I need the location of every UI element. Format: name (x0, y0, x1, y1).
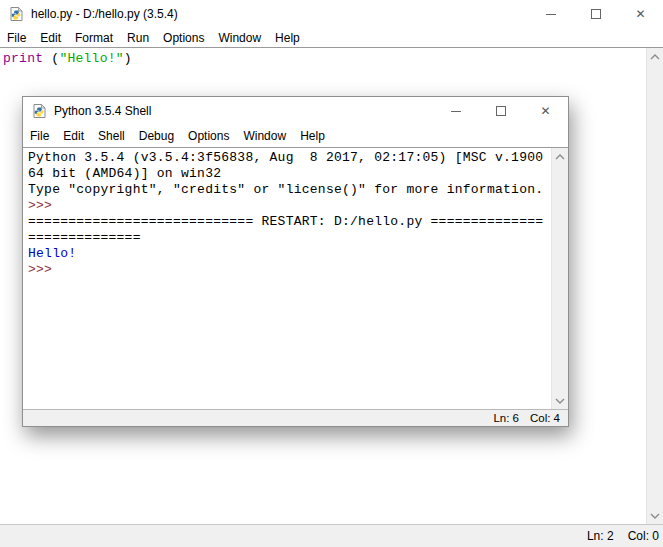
chevron-down-icon (650, 513, 660, 519)
chevron-up-icon (650, 54, 660, 60)
editor-window-controls: ✕ (528, 0, 663, 28)
editor-code-line: print ("Hello!") (0, 48, 663, 67)
shell-line: Type "copyright", "credits" or "license(… (28, 182, 546, 198)
editor-window-title: hello.py - D:/hello.py (3.5.4) (31, 7, 528, 21)
shell-line: Python 3.5.4 (v3.5.4:3f56838, Aug 8 2017… (28, 150, 546, 166)
shell-line: Hello! (28, 246, 546, 262)
shell-window-controls: ✕ (433, 97, 568, 125)
maximize-icon (496, 106, 506, 116)
menu-item-help[interactable]: Help (268, 31, 307, 45)
close-icon: ✕ (635, 8, 645, 20)
menu-item-help[interactable]: Help (293, 129, 332, 143)
editor-menubar: FileEditFormatRunOptionsWindowHelp (0, 28, 663, 47)
shell-line: >>> (28, 198, 546, 214)
scroll-up-button[interactable] (647, 48, 663, 65)
close-icon: ✕ (540, 105, 550, 117)
python-file-icon (8, 6, 24, 22)
maximize-button[interactable] (478, 97, 523, 125)
editor-line-indicator: Ln: 2 (587, 529, 614, 543)
menu-item-file[interactable]: File (23, 129, 56, 143)
menu-item-window[interactable]: Window (236, 129, 293, 143)
shell-col-indicator: Col: 4 (530, 412, 560, 424)
editor-statusbar: Ln: 2 Col: 0 (0, 525, 663, 547)
editor-titlebar: hello.py - D:/hello.py (3.5.4) ✕ (0, 0, 663, 28)
maximize-icon (591, 9, 601, 19)
maximize-button[interactable] (573, 0, 618, 28)
shell-line: 64 bit (AMD64)] on win32 (28, 166, 546, 182)
editor-window: hello.py - D:/hello.py (3.5.4) ✕ FileEdi… (0, 0, 663, 47)
code-builtin: print (3, 51, 43, 66)
menu-item-file[interactable]: File (0, 31, 33, 45)
menu-item-options[interactable]: Options (156, 31, 211, 45)
close-button[interactable]: ✕ (523, 97, 568, 125)
shell-line: >>> (28, 262, 546, 278)
chevron-up-icon (555, 154, 565, 160)
menu-item-shell[interactable]: Shell (91, 129, 132, 143)
shell-scrollbar[interactable] (551, 148, 568, 409)
scroll-up-button[interactable] (552, 148, 568, 165)
shell-menubar: FileEditShellDebugOptionsWindowHelp (23, 125, 568, 147)
menu-item-edit[interactable]: Edit (33, 31, 68, 45)
code-close-paren: ) (124, 51, 132, 66)
shell-line: ============================ RESTART: D:… (28, 214, 546, 230)
scroll-down-button[interactable] (647, 507, 663, 524)
editor-scrollbar[interactable] (646, 48, 663, 524)
close-button[interactable]: ✕ (618, 0, 663, 28)
python-file-icon (31, 103, 47, 119)
shell-window-title: Python 3.5.4 Shell (54, 104, 433, 118)
shell-statusbar: Ln: 6 Col: 4 (23, 410, 568, 426)
menu-item-edit[interactable]: Edit (56, 129, 91, 143)
menu-item-options[interactable]: Options (181, 129, 236, 143)
code-open-paren: ( (43, 51, 59, 66)
shell-text-area[interactable]: Python 3.5.4 (v3.5.4:3f56838, Aug 8 2017… (23, 147, 568, 410)
minimize-icon (546, 14, 556, 15)
shell-output: Python 3.5.4 (v3.5.4:3f56838, Aug 8 2017… (23, 148, 568, 278)
menu-item-format[interactable]: Format (68, 31, 120, 45)
menu-item-run[interactable]: Run (120, 31, 156, 45)
shell-line-indicator: Ln: 6 (493, 412, 519, 424)
menu-item-window[interactable]: Window (211, 31, 268, 45)
shell-line: ============== (28, 230, 546, 246)
menu-item-debug[interactable]: Debug (132, 129, 181, 143)
editor-col-indicator: Col: 0 (628, 529, 659, 543)
code-string: "Hello!" (59, 51, 123, 66)
scroll-down-button[interactable] (552, 392, 568, 409)
minimize-button[interactable] (528, 0, 573, 28)
shell-window: Python 3.5.4 Shell ✕ FileEditShellDebugO… (22, 96, 569, 427)
minimize-button[interactable] (433, 97, 478, 125)
shell-titlebar: Python 3.5.4 Shell ✕ (23, 97, 568, 125)
minimize-icon (451, 111, 461, 112)
chevron-down-icon (555, 398, 565, 404)
